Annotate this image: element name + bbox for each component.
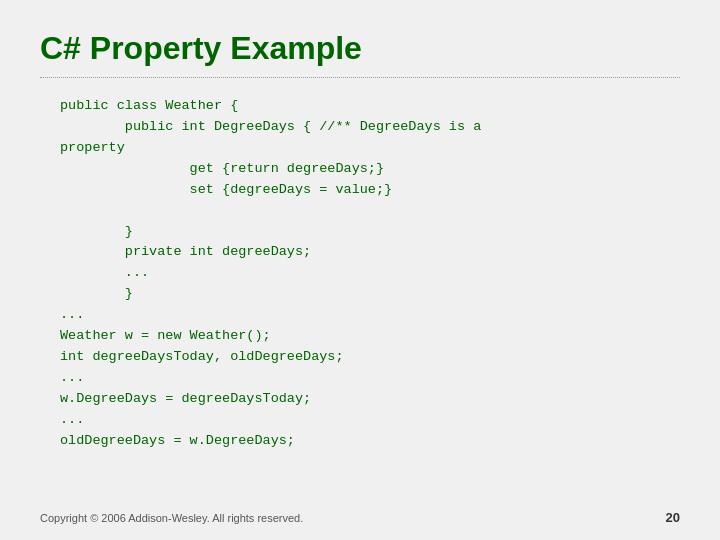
footer-copyright: Copyright © 2006 Addison-Wesley. All rig… bbox=[40, 512, 303, 524]
slide-title: C# Property Example bbox=[40, 30, 680, 67]
slide-number: 20 bbox=[666, 510, 680, 525]
code-block: public class Weather { public int Degree… bbox=[60, 96, 680, 452]
divider bbox=[40, 77, 680, 78]
slide: C# Property Example public class Weather… bbox=[0, 0, 720, 540]
footer: Copyright © 2006 Addison-Wesley. All rig… bbox=[40, 510, 680, 525]
code-line-1: public class Weather { public int Degree… bbox=[60, 98, 481, 448]
